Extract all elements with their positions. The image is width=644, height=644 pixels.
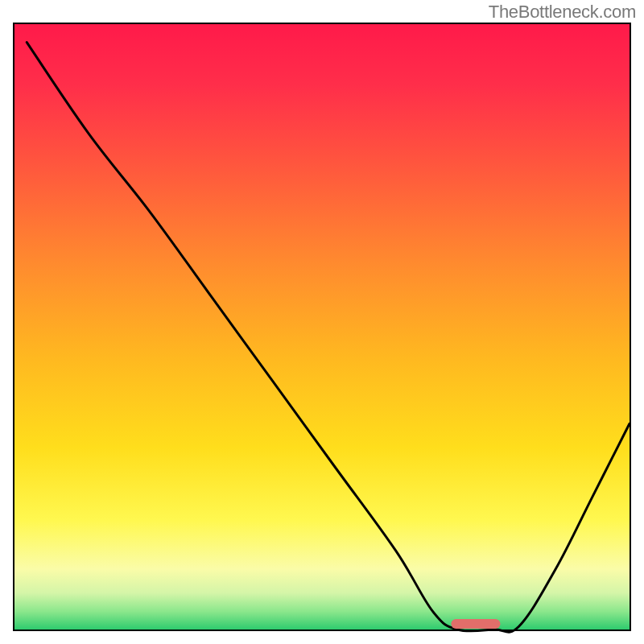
watermark-text: TheBottleneck.com (489, 2, 636, 23)
bottleneck-chart (0, 0, 644, 644)
optimal-range-marker (451, 619, 500, 629)
chart-svg (0, 0, 644, 644)
chart-background (14, 24, 630, 630)
